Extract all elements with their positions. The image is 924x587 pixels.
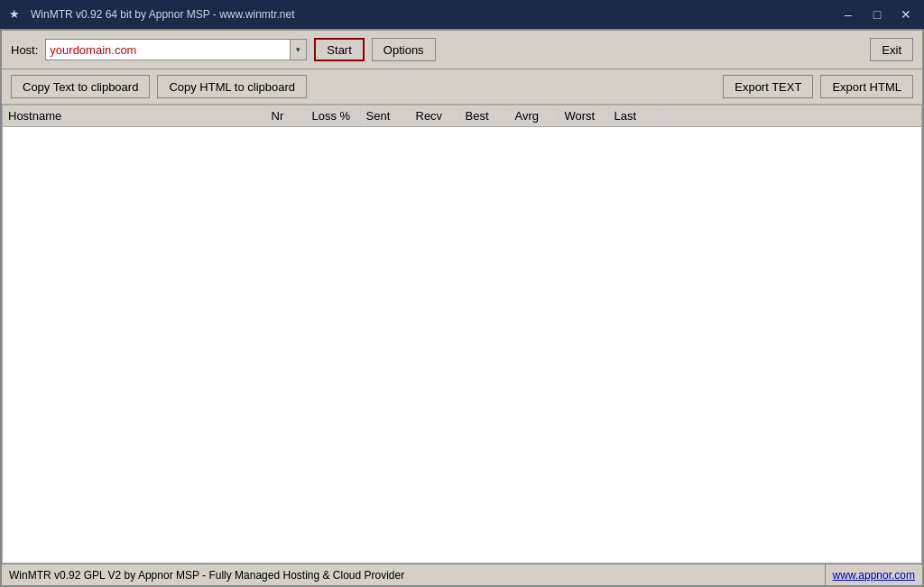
table-body [3,127,921,563]
host-input[interactable] [46,40,290,60]
start-button[interactable]: Start [314,38,364,61]
host-label: Host: [11,43,38,57]
status-link[interactable]: www.appnor.com [825,564,922,585]
main-window: Host: ▾ Start Options Exit Copy Text to … [0,29,924,587]
window-title: WinMTR v0.92 64 bit by Appnor MSP - www.… [31,8,839,21]
col-extra [659,105,922,126]
exit-button[interactable]: Exit [870,38,913,61]
status-text: WinMTR v0.92 GPL V2 by Appnor MSP - Full… [2,569,825,582]
restore-button[interactable]: □ [868,5,886,23]
export-text-button[interactable]: Export TEXT [723,75,813,98]
col-hostname: Hostname [3,105,266,126]
export-html-button[interactable]: Export HTML [820,75,913,98]
col-best: Best [460,105,510,126]
window-controls: – □ ✕ [839,5,915,23]
app-icon: ★ [9,7,23,22]
col-nr: Nr [266,105,307,126]
host-dropdown-button[interactable]: ▾ [290,40,306,60]
table-header: Hostname Nr Loss % Sent Recv Best Avrg W… [3,105,921,127]
col-last: Last [609,105,659,126]
options-button[interactable]: Options [372,38,436,61]
data-table: Hostname Nr Loss % Sent Recv Best Avrg W… [2,105,922,564]
col-sent: Sent [361,105,411,126]
title-bar: ★ WinMTR v0.92 64 bit by Appnor MSP - ww… [0,0,924,29]
col-loss: Loss % [307,105,361,126]
col-recv: Recv [411,105,460,126]
toolbar: Host: ▾ Start Options Exit [2,31,922,69]
host-input-wrapper[interactable]: ▾ [45,39,307,60]
minimize-button[interactable]: – [839,5,857,23]
close-button[interactable]: ✕ [897,5,915,23]
copy-text-button[interactable]: Copy Text to clipboard [11,75,150,98]
clipboard-row: Copy Text to clipboard Copy HTML to clip… [2,69,922,105]
col-avrg: Avrg [510,105,559,126]
col-worst: Worst [559,105,609,126]
copy-html-button[interactable]: Copy HTML to clipboard [157,75,307,98]
status-bar: WinMTR v0.92 GPL V2 by Appnor MSP - Full… [2,564,922,585]
